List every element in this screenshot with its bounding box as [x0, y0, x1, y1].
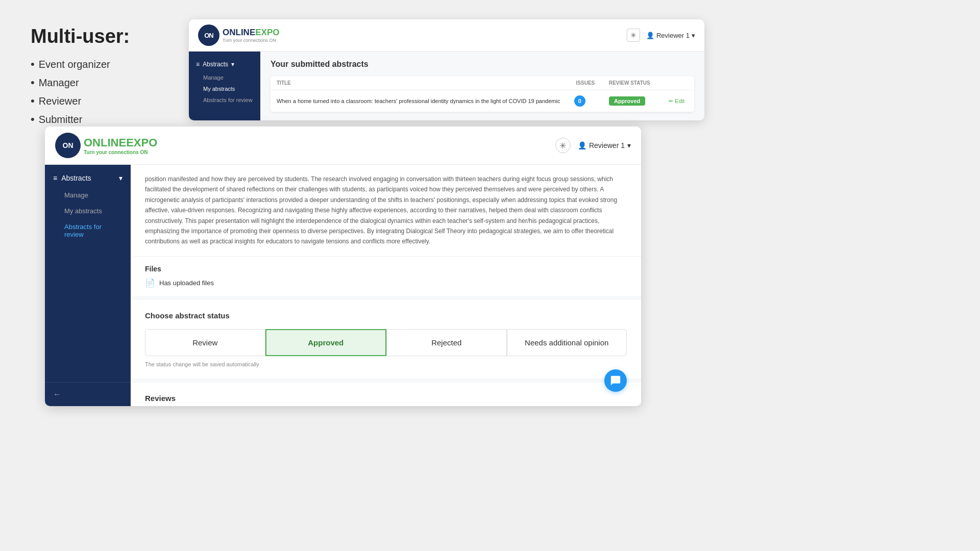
col-issues: ISSUES: [568, 76, 603, 90]
logo-name-highlight: EXPO: [255, 28, 279, 37]
file-item: 📄 Has uploaded files: [145, 278, 627, 288]
col-title: TITLE: [271, 76, 568, 90]
sidebar-main-sub-abstracts-for-review[interactable]: Abstracts for review: [45, 219, 131, 242]
status-buttons: Review Approved Rejected Needs additiona…: [145, 329, 627, 356]
chat-button[interactable]: [604, 369, 627, 392]
reviewer-label: Reviewer 1: [656, 32, 690, 39]
top-window: ON ONLINEEXPO Turn your connections ON ✳…: [189, 19, 704, 120]
logo-name-main: ONLINEEXPO: [84, 136, 157, 149]
list-item: Manager: [31, 76, 174, 89]
sidebar-sub-my-abstracts[interactable]: My abstracts: [189, 83, 260, 94]
sidebar-sub-manage[interactable]: Manage: [189, 72, 260, 83]
sidebar-label: Abstracts: [203, 61, 228, 68]
logo-tagline: Turn your connections ON: [223, 38, 279, 43]
approved-badge: Approved: [609, 96, 645, 106]
sidebar-item-abstracts[interactable]: ≡ Abstracts ▾: [189, 57, 260, 72]
collapse-button[interactable]: ←: [53, 390, 61, 399]
sidebar-sub-abstracts-for-review[interactable]: Abstracts for review: [189, 94, 260, 106]
issues-cell: 0: [568, 90, 603, 112]
list-item: Reviewer: [31, 94, 174, 108]
sidebar-main-sub-manage[interactable]: Manage: [45, 187, 131, 203]
reviews-section: Reviews No review yet: [131, 383, 641, 406]
edit-icon: ✏: [669, 98, 673, 105]
sidebar-small: ≡ Abstracts ▾ Manage My abstracts Abstra…: [189, 52, 260, 120]
files-section: Files 📄 Has uploaded files: [131, 257, 641, 300]
status-btn-rejected[interactable]: Rejected: [386, 329, 507, 356]
sidebar-main-sub-my-abstracts[interactable]: My abstracts: [45, 203, 131, 219]
main-window: ON ONLINEEXPO Turn your connections ON ✳…: [45, 127, 641, 406]
status-cell: Approved: [603, 90, 663, 112]
abstracts-table: TITLE ISSUES REVIEW STATUS When a home t…: [271, 76, 694, 112]
logo-circle: ON: [198, 24, 219, 46]
chat-icon: [610, 375, 621, 386]
logo-tagline-main: Turn your connections ON: [84, 149, 157, 155]
list-item: Submitter: [31, 113, 174, 126]
chevron-down-icon: ▾: [692, 32, 695, 39]
chevron-sidebar-icon: ▾: [119, 174, 122, 182]
status-btn-approved[interactable]: Approved: [265, 329, 387, 356]
submitted-abstracts-title: Your submitted abstracts: [271, 60, 694, 69]
article-text-section: position manifested and how they are per…: [131, 165, 641, 257]
left-panel: Multi-user: Event organizer Manager Revi…: [31, 26, 174, 131]
files-title: Files: [145, 265, 627, 273]
user-main-icon: 👤: [578, 141, 586, 149]
top-content: Your submitted abstracts TITLE ISSUES RE…: [260, 52, 704, 120]
reviews-title: Reviews: [145, 394, 627, 403]
reviewer-main-label: Reviewer 1: [589, 141, 625, 149]
main-window-header: ON ONLINEEXPO Turn your connections ON ✳…: [45, 127, 641, 165]
snowflake-main-button[interactable]: ✳: [555, 138, 571, 153]
status-title: Choose abstract status: [145, 311, 627, 320]
abstract-title-cell: When a home turned into a classroom: tea…: [271, 90, 568, 112]
sidebar-footer: ←: [45, 382, 131, 406]
user-icon: 👤: [646, 32, 654, 39]
sidebar-item-left: ≡ Abstracts: [53, 174, 91, 182]
main-content: position manifested and how they are per…: [131, 165, 641, 406]
left-title: Multi-user:: [31, 26, 174, 47]
list-main-icon: ≡: [53, 174, 57, 182]
list-icon: ≡: [196, 61, 200, 68]
edit-label: Edit: [675, 98, 684, 104]
article-body-text: position manifested and how they are per…: [145, 174, 627, 247]
chevron-icon: ▾: [231, 61, 234, 68]
main-header-right: ✳ 👤 Reviewer 1 ▾: [555, 138, 631, 153]
chevron-main-icon: ▾: [627, 141, 631, 149]
edit-cell: ✏ Edit: [663, 90, 694, 112]
status-btn-review[interactable]: Review: [145, 329, 265, 356]
issues-badge: 0: [574, 95, 585, 107]
status-hint: The status change will be saved automati…: [145, 361, 627, 367]
logo-name: ONLINE: [223, 28, 255, 37]
col-review-status: REVIEW STATUS: [603, 76, 663, 90]
edit-button[interactable]: ✏ Edit: [669, 98, 684, 105]
sidebar-main-label: Abstracts: [61, 174, 91, 182]
status-section: Choose abstract status Review Approved R…: [131, 300, 641, 383]
sidebar-main-item-abstracts[interactable]: ≡ Abstracts ▾: [45, 169, 131, 187]
logo-main: ON ONLINEEXPO Turn your connections ON: [55, 133, 157, 158]
top-window-body: ≡ Abstracts ▾ Manage My abstracts Abstra…: [189, 52, 704, 120]
snowflake-button[interactable]: ✳: [627, 29, 640, 42]
table-row: When a home turned into a classroom: tea…: [271, 90, 694, 112]
reviewer-main-button[interactable]: 👤 Reviewer 1 ▾: [578, 141, 631, 149]
main-window-body: ≡ Abstracts ▾ Manage My abstracts Abstra…: [45, 165, 641, 406]
logo-small: ON ONLINEEXPO Turn your connections ON: [198, 24, 279, 46]
logo-circle-main: ON: [55, 133, 81, 158]
top-header-right: ✳ 👤 Reviewer 1 ▾: [627, 29, 695, 42]
list-item: Event organizer: [31, 58, 174, 71]
status-btn-needs-opinion[interactable]: Needs additional opinion: [507, 329, 627, 356]
file-label: Has uploaded files: [159, 279, 214, 287]
file-icon: 📄: [145, 278, 155, 288]
top-window-header: ON ONLINEEXPO Turn your connections ON ✳…: [189, 19, 704, 52]
reviewer-button[interactable]: 👤 Reviewer 1 ▾: [646, 32, 695, 39]
logo-text-main: ONLINEEXPO Turn your connections ON: [84, 136, 157, 155]
sidebar-main: ≡ Abstracts ▾ Manage My abstracts Abstra…: [45, 165, 131, 406]
user-types-list: Event organizer Manager Reviewer Submitt…: [31, 58, 174, 126]
